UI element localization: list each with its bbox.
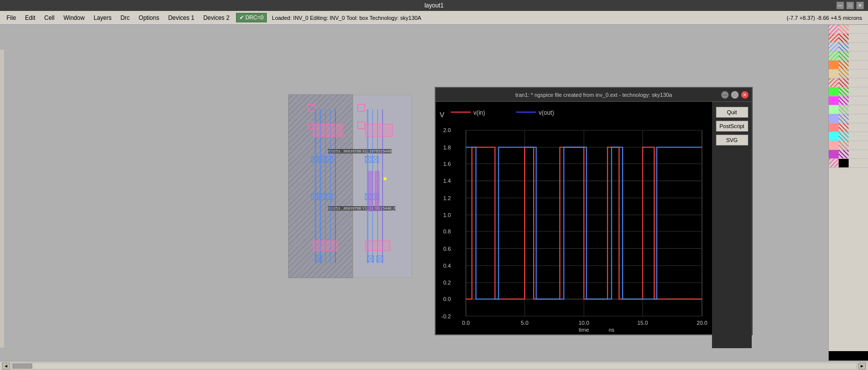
- layer-row-12[interactable]: [829, 123, 868, 132]
- layer-swatch-16a: [829, 159, 839, 168]
- spice-title: tran1: * ngspice file created from inv_0…: [440, 92, 748, 98]
- menu-edit[interactable]: Edit: [20, 12, 40, 23]
- layer-swatch-3b: [839, 43, 849, 52]
- layer-swatch-10b: [839, 105, 849, 114]
- scrollbar-track[interactable]: [11, 363, 857, 370]
- layer-swatch-7b: [839, 78, 849, 87]
- menu-layers[interactable]: Layers: [89, 12, 116, 23]
- svg-rect-56: [369, 171, 373, 211]
- layer-row-black: [829, 351, 868, 361]
- svg-text:v(out): v(out): [539, 109, 554, 116]
- scroll-left-btn[interactable]: ◄: [2, 363, 10, 370]
- layer-row-5[interactable]: [829, 61, 868, 70]
- bottom-bar: ◄ ►: [0, 361, 868, 370]
- svg-text:0.0: 0.0: [462, 320, 470, 326]
- svg-rect-45: [313, 241, 338, 251]
- menu-drc[interactable]: Drc: [116, 12, 134, 23]
- spice-maximize[interactable]: □: [731, 91, 739, 99]
- layer-row-9[interactable]: [829, 96, 868, 105]
- layer-swatch-12a: [829, 123, 839, 132]
- layer-swatch-13b: [839, 132, 849, 141]
- scroll-right-btn[interactable]: ►: [858, 363, 866, 370]
- menu-devices2[interactable]: Devices 2: [199, 12, 234, 23]
- layer-swatch-2a: [829, 34, 839, 43]
- svg-text:15.0: 15.0: [637, 320, 648, 326]
- minimize-button[interactable]: —: [836, 1, 844, 9]
- layer-swatch-13a: [829, 132, 839, 141]
- svg-rect-0: [308, 104, 315, 111]
- layer-swatch-8a: [829, 87, 839, 96]
- chip-svg: [288, 94, 412, 278]
- spice-controls: — □ ✕: [721, 91, 749, 99]
- layer-swatch-11b: [839, 114, 849, 123]
- postscript-button[interactable]: PostScript: [716, 121, 748, 132]
- menu-cell[interactable]: Cell: [40, 12, 59, 23]
- layer-row-10[interactable]: [829, 105, 868, 114]
- layer-swatch-1b: [839, 25, 849, 34]
- layer-swatch-4a: [829, 52, 839, 61]
- svg-text:ns: ns: [609, 327, 615, 333]
- layer-row-1[interactable]: [829, 25, 868, 34]
- close-button[interactable]: ✕: [856, 1, 864, 9]
- layer-swatch-12b: [839, 123, 849, 132]
- layer-swatch-7a: [829, 78, 839, 87]
- layer-row-7[interactable]: [829, 78, 868, 87]
- svg-text:1.0: 1.0: [443, 212, 451, 218]
- layer-swatch-14a: [829, 141, 839, 150]
- svg-rect-3: [358, 122, 365, 129]
- plot-area: V v(in) v(out): [436, 102, 712, 334]
- svg-text:0.6: 0.6: [443, 245, 451, 251]
- layer-row-14[interactable]: [829, 141, 868, 150]
- layer-swatch-1a: [829, 25, 839, 34]
- svg-text:2.0: 2.0: [443, 127, 451, 133]
- svg-text:1.4: 1.4: [443, 178, 451, 184]
- layer-swatch-5b: [839, 61, 849, 70]
- plot-svg: V v(in) v(out): [436, 102, 712, 334]
- layer-row-13[interactable]: [829, 132, 868, 141]
- chip-view: 0.0253...86839798 X1_1676315448 0.0253..…: [288, 94, 412, 278]
- status-text: Loaded: INV_0 Editing: INV_0 Tool: box T…: [267, 14, 783, 22]
- layer-row-16[interactable]: [829, 159, 868, 168]
- layer-row-2[interactable]: [829, 34, 868, 43]
- layer-row-3[interactable]: [829, 43, 868, 52]
- spice-minimize[interactable]: —: [721, 91, 729, 99]
- coord-display: (-7.7 +8.37) -8.66 +4.5 microns: [783, 14, 866, 22]
- layer-swatch-9b: [839, 96, 849, 105]
- layer-swatch-3a: [829, 43, 839, 52]
- svg-rect-1: [358, 104, 365, 111]
- layer-swatch-4b: [839, 52, 849, 61]
- drc-label: ✔ DRC=0: [239, 14, 263, 21]
- svg-text:time: time: [579, 327, 589, 333]
- svg-text:10.0: 10.0: [578, 320, 589, 326]
- svg-text:0.8: 0.8: [443, 228, 451, 234]
- drc-badge[interactable]: ✔ DRC=0: [236, 13, 267, 22]
- quit-button[interactable]: Quit: [716, 107, 748, 118]
- svg-text:0.0: 0.0: [443, 296, 451, 302]
- svg-button[interactable]: SVG: [716, 135, 748, 146]
- layer-swatch-15a: [829, 150, 839, 159]
- layer-swatch-16b: [839, 159, 849, 168]
- layer-swatch-14b: [839, 141, 849, 150]
- window-title: layout1: [424, 2, 444, 9]
- layer-row-8[interactable]: [829, 87, 868, 96]
- menu-file[interactable]: File: [2, 12, 20, 23]
- layer-swatch-10a: [829, 105, 839, 114]
- layout-canvas[interactable]: 0.0253...86839798 X1_1676315448 0.0253..…: [0, 25, 828, 361]
- layer-swatch-6b: [839, 70, 849, 78]
- menu-devices1[interactable]: Devices 1: [163, 12, 199, 23]
- maximize-button[interactable]: □: [846, 1, 854, 9]
- svg-text:5.0: 5.0: [521, 320, 528, 326]
- scrollbar-thumb[interactable]: [12, 364, 32, 369]
- menu-options[interactable]: Options: [134, 12, 163, 23]
- spice-close[interactable]: ✕: [741, 91, 749, 99]
- layer-swatch-11a: [829, 114, 839, 123]
- spice-titlebar: tran1: * ngspice file created from inv_0…: [436, 88, 752, 102]
- layer-swatch-8b: [839, 87, 849, 96]
- layer-row-6[interactable]: [829, 70, 868, 78]
- menu-window[interactable]: Window: [59, 12, 89, 23]
- layer-row-11[interactable]: [829, 114, 868, 123]
- layer-row-15[interactable]: [829, 150, 868, 159]
- title-bar: layout1 — □ ✕: [0, 0, 868, 11]
- layer-row-4[interactable]: [829, 52, 868, 61]
- svg-text:1.6: 1.6: [443, 161, 451, 167]
